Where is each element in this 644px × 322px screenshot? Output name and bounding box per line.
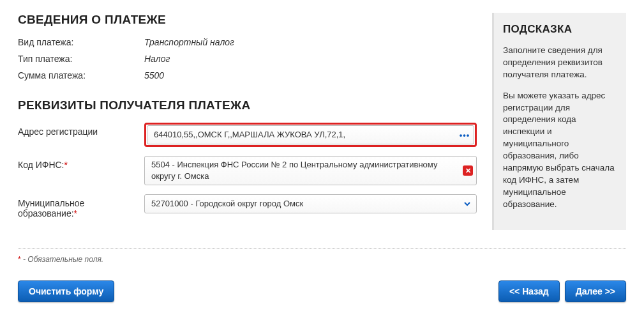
municipality-label: Муниципальное образование:*	[18, 194, 144, 218]
hint-text-2: Вы можете указать адрес регистрации для …	[503, 90, 617, 211]
payment-kind-value: Налог	[144, 54, 170, 64]
ellipsis-icon[interactable]: •••	[459, 129, 470, 141]
ifns-input[interactable]: 5504 - Инспекция ФНС России № 2 по Центр…	[144, 156, 477, 185]
chevron-down-icon[interactable]	[461, 198, 473, 210]
clear-icon[interactable]: ✕	[463, 165, 473, 176]
payment-type-label: Вид платежа:	[18, 37, 144, 47]
divider	[18, 248, 626, 249]
payment-kind-row: Тип платежа: Налог	[18, 54, 477, 64]
hint-text-1: Заполните сведения для определения рекви…	[503, 45, 617, 81]
address-input[interactable]: 644010,55,,ОМСК Г,,МАРШАЛА ЖУКОВА УЛ,72,…	[147, 125, 474, 144]
hint-panel: ПОДСКАЗКА Заполните сведения для определ…	[492, 13, 626, 230]
address-highlight: 644010,55,,ОМСК Г,,МАРШАЛА ЖУКОВА УЛ,72,…	[144, 123, 477, 147]
payment-amount-value: 5500	[144, 70, 164, 80]
payment-type-row: Вид платежа: Транспортный налог	[18, 37, 477, 47]
next-button[interactable]: Далее >>	[565, 280, 626, 302]
municipality-select[interactable]: 52701000 - Городской округ город Омск	[144, 194, 477, 213]
payment-amount-label: Сумма платежа:	[18, 70, 144, 80]
recipient-heading: РЕКВИЗИТЫ ПОЛУЧАТЕЛЯ ПЛАТЕЖА	[18, 98, 477, 112]
clear-form-button[interactable]: Очистить форму	[18, 280, 114, 302]
address-label: Адрес регистрации	[18, 123, 144, 137]
payment-kind-label: Тип платежа:	[18, 54, 144, 64]
payment-type-value: Транспортный налог	[144, 37, 234, 47]
required-footnote: * - Обязательные поля.	[18, 255, 626, 264]
payment-amount-row: Сумма платежа: 5500	[18, 70, 477, 80]
ifns-label: Код ИФНС:*	[18, 156, 144, 170]
back-button[interactable]: << Назад	[498, 280, 560, 302]
hint-title: ПОДСКАЗКА	[503, 23, 617, 36]
payment-info-heading: СВЕДЕНИЯ О ПЛАТЕЖЕ	[18, 13, 477, 27]
